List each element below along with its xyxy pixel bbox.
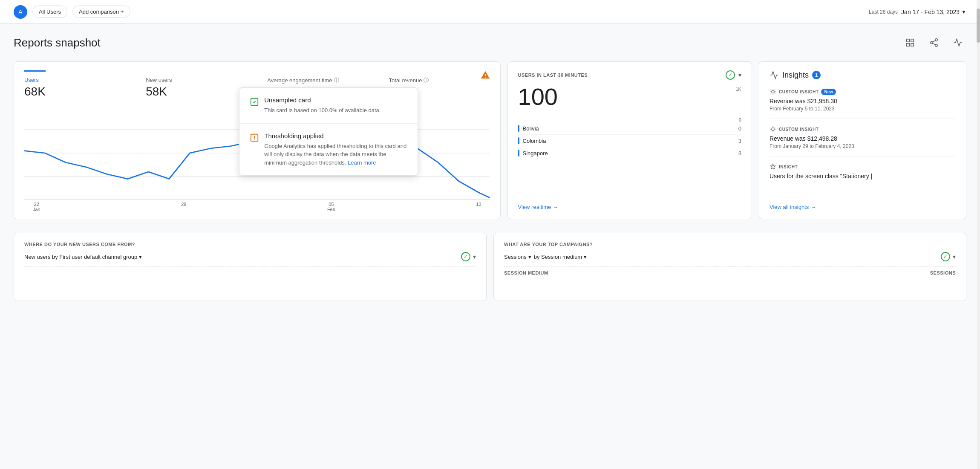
realtime-status-icon: ✓ bbox=[726, 70, 735, 80]
x-label-jan29: 29 bbox=[181, 202, 186, 212]
engagement-label: Average engagement time ⓘ bbox=[267, 77, 368, 84]
view-all-insights-link[interactable]: View all insights → bbox=[770, 204, 956, 210]
realtime-table: Bolivia 0 Colombia 3 Singapore bbox=[518, 122, 741, 197]
divider bbox=[24, 266, 476, 267]
realtime-card: USERS IN LAST 30 MINUTES ✓ ▾ 100 1K 0 bbox=[507, 61, 752, 219]
add-comparison-button[interactable]: Add comparison + bbox=[72, 6, 130, 18]
cards-row: Users 68K New users 58K Average engageme… bbox=[14, 61, 966, 219]
x-label-feb12: 12 bbox=[476, 202, 481, 212]
svg-line-20 bbox=[771, 90, 771, 90]
new-users-section-title: WHERE DO YOUR NEW USERS COME FROM? bbox=[24, 242, 476, 247]
metric-users[interactable]: Users 68K bbox=[24, 77, 125, 98]
insights-chart-button[interactable] bbox=[949, 34, 966, 51]
bottom-card-new-users: WHERE DO YOUR NEW USERS COME FROM? New u… bbox=[14, 233, 487, 301]
svg-line-29 bbox=[771, 127, 771, 127]
y-label-0: 0 bbox=[736, 117, 741, 122]
insights-icon bbox=[770, 70, 779, 80]
share-button[interactable] bbox=[925, 34, 943, 51]
insight-item-3: INSIGHT Users for the screen class "Stat… bbox=[770, 163, 956, 188]
insight-tag-1: CUSTOM INSIGHT bbox=[779, 90, 819, 94]
chart-x-labels: 22 Jan 29 05 Feb 12 bbox=[24, 202, 490, 212]
svg-point-17 bbox=[772, 90, 775, 93]
date-range[interactable]: Jan 17 - Feb 13, 2023 ▼ bbox=[901, 9, 966, 15]
arrow-icon: → bbox=[553, 204, 558, 210]
scrollbar[interactable] bbox=[977, 0, 980, 469]
svg-point-6 bbox=[935, 44, 938, 47]
insight-tag-2: CUSTOM INSIGHT bbox=[779, 127, 819, 132]
lightbulb-icon-1 bbox=[770, 88, 776, 95]
singapore-count: 3 bbox=[738, 150, 741, 156]
svg-rect-2 bbox=[907, 43, 909, 46]
metric-new-users[interactable]: New users 58K bbox=[146, 77, 247, 98]
lightbulb-icon-2 bbox=[770, 126, 776, 133]
plus-icon: + bbox=[121, 9, 124, 15]
svg-point-4 bbox=[935, 39, 938, 41]
avatar: A bbox=[14, 5, 27, 19]
users-value: 68K bbox=[24, 85, 125, 98]
tooltip-popup: Unsampled card This card is based on 100… bbox=[239, 87, 418, 176]
svg-rect-0 bbox=[907, 39, 909, 42]
sessions-col-header: SESSIONS bbox=[930, 270, 956, 275]
page-title: Reports snapshot bbox=[14, 36, 101, 49]
insight-item-1: CUSTOM INSIGHT New Revenue was $21,958.3… bbox=[770, 88, 956, 119]
country-colombia: Colombia bbox=[518, 137, 546, 144]
add-comparison-label: Add comparison bbox=[79, 9, 119, 15]
svg-line-34 bbox=[775, 127, 775, 127]
info-icon-revenue[interactable]: ⓘ bbox=[424, 77, 429, 84]
info-icon-engagement[interactable]: ⓘ bbox=[334, 77, 339, 84]
campaigns-section-title: WHAT ARE YOUR TOP CAMPAIGNS? bbox=[504, 242, 956, 247]
svg-rect-3 bbox=[911, 43, 914, 46]
last-days-label: Last 28 days bbox=[869, 9, 898, 15]
y-label-1k: 1K bbox=[736, 87, 741, 92]
view-realtime-link[interactable]: View realtime → bbox=[518, 204, 741, 210]
session-medium-chevron-icon: ▾ bbox=[584, 254, 587, 260]
svg-line-33 bbox=[771, 131, 771, 131]
dropdown-chevron[interactable]: ▾ bbox=[953, 253, 956, 260]
x-label-jan22: 22 Jan bbox=[33, 202, 40, 212]
session-medium-col-header: SESSION MEDIUM bbox=[504, 270, 548, 275]
insight-title-1: Revenue was $21,958.30 bbox=[770, 98, 956, 104]
insight-item-2: CUSTOM INSIGHT Revenue was $12,498.28 Fr… bbox=[770, 126, 956, 156]
new-badge-1: New bbox=[821, 89, 836, 95]
tooltip-unsampled: Unsampled card This card is based on 100… bbox=[239, 88, 418, 124]
svg-point-26 bbox=[772, 128, 775, 131]
realtime-label: USERS IN LAST 30 MINUTES bbox=[518, 72, 588, 78]
edit-report-button[interactable] bbox=[902, 34, 919, 51]
insights-card: Insights 1 CUSTOM INSIGHT New Revenue wa… bbox=[759, 61, 966, 219]
scrollbar-thumb[interactable] bbox=[977, 9, 980, 43]
check-circle-icon: ✓ bbox=[941, 252, 950, 261]
warning-icon[interactable] bbox=[481, 70, 490, 82]
svg-line-25 bbox=[775, 90, 775, 90]
svg-line-24 bbox=[771, 93, 771, 94]
country-bolivia: Bolivia bbox=[518, 125, 539, 132]
realtime-header: USERS IN LAST 30 MINUTES ✓ ▾ bbox=[518, 70, 741, 80]
page-header: Reports snapshot bbox=[14, 34, 966, 51]
page-content: Reports snapshot Users 68K bbox=[0, 24, 980, 311]
realtime-dropdown-icon[interactable]: ▾ bbox=[738, 72, 741, 78]
campaigns-status: ✓ ▾ bbox=[941, 252, 956, 261]
svg-rect-1 bbox=[911, 39, 914, 42]
insight-sub-2: From January 29 to February 4, 2023 bbox=[770, 143, 956, 149]
new-users-dropdown[interactable]: New users by First user default channel … bbox=[24, 254, 142, 260]
metrics-card: Users 68K New users 58K Average engageme… bbox=[14, 61, 501, 219]
dropdown-chevron[interactable]: ▾ bbox=[473, 253, 476, 260]
session-medium-dropdown[interactable]: by Session medium ▾ bbox=[534, 254, 587, 260]
svg-line-7 bbox=[933, 43, 935, 45]
all-users-button[interactable]: All Users bbox=[32, 6, 67, 18]
top-bar-right: Last 28 days Jan 17 - Feb 13, 2023 ▼ bbox=[869, 9, 966, 15]
tooltip-thresholding: Thresholding applied Google Analytics ha… bbox=[239, 124, 418, 176]
thresholding-desc: Google Analytics has applied thresholdin… bbox=[264, 142, 407, 167]
insight-title-3: Users for the screen class "Stationery | bbox=[770, 173, 956, 179]
divider bbox=[504, 266, 956, 267]
new-users-value: 58K bbox=[146, 85, 247, 98]
top-bar: A All Users Add comparison + Last 28 day… bbox=[0, 0, 980, 24]
sessions-dropdown[interactable]: Sessions ▾ bbox=[504, 254, 531, 260]
new-users-label: New users bbox=[146, 77, 247, 83]
learn-more-link[interactable]: Learn more bbox=[348, 159, 376, 166]
chevron-down-icon: ▼ bbox=[961, 9, 966, 15]
realtime-row: Bolivia 0 bbox=[518, 122, 741, 135]
svg-point-5 bbox=[931, 41, 933, 44]
thresholding-title: Thresholding applied bbox=[264, 132, 407, 139]
chevron-down-icon: ▾ bbox=[139, 254, 142, 260]
realtime-row: Singapore 3 bbox=[518, 147, 741, 159]
